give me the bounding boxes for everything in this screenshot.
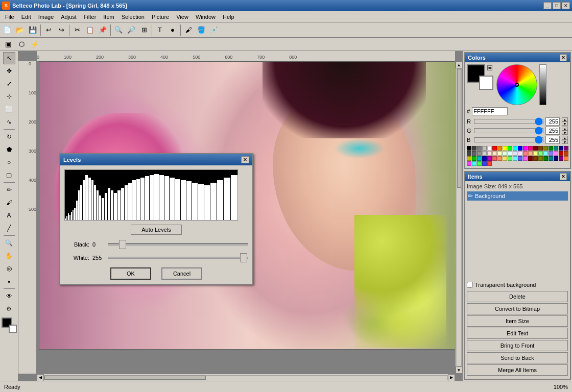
palette-color-swatch[interactable] [528, 151, 533, 156]
toolbar-zoom-out[interactable]: 🔎 [125, 24, 137, 36]
minimize-button[interactable]: _ [543, 2, 552, 9]
tool-rect-select[interactable]: ⬜ [3, 103, 15, 115]
dialog-close-btn[interactable]: ✕ [241, 156, 249, 163]
r-down-arrow[interactable]: ▼ [562, 121, 568, 126]
send-back-btn[interactable]: Send to Back [467, 352, 568, 363]
palette-color-swatch[interactable] [523, 146, 528, 151]
palette-color-swatch[interactable] [477, 156, 482, 161]
g-up-arrow[interactable]: ▲ [562, 127, 568, 131]
color-swatches[interactable] [2, 317, 17, 333]
toolbar-brush[interactable]: 🖌 [182, 24, 195, 36]
palette-color-swatch[interactable] [477, 151, 482, 156]
menu-filter[interactable]: Filter [81, 13, 99, 21]
palette-color-swatch[interactable] [523, 151, 528, 156]
b-up-arrow[interactable]: ▲ [562, 136, 568, 140]
palette-color-swatch[interactable] [492, 146, 497, 151]
palette-color-swatch[interactable] [472, 161, 476, 166]
palette-color-swatch[interactable] [497, 156, 502, 161]
tool-brush[interactable]: 🖌 [3, 197, 15, 209]
palette-color-swatch[interactable] [528, 146, 533, 151]
delete-btn[interactable]: Delete [467, 291, 568, 302]
background-color[interactable] [9, 325, 17, 333]
palette-color-swatch[interactable] [467, 151, 471, 156]
tool-fill[interactable]: ⬧ [3, 275, 15, 287]
scrollbar-vertical[interactable]: ▲ ▼ [455, 61, 462, 374]
toolbar-new[interactable]: 📄 [1, 24, 13, 36]
tool-polygon[interactable]: ⬟ [3, 143, 15, 156]
r-slider[interactable] [474, 119, 543, 124]
menu-file[interactable]: File [2, 13, 17, 21]
palette-color-swatch[interactable] [559, 146, 563, 151]
tool-rounded-rect[interactable]: ▢ [3, 169, 15, 181]
dialog-title-bar[interactable]: Levels ✕ [60, 154, 252, 165]
palette-color-swatch[interactable] [477, 161, 482, 166]
tb2-lasso[interactable]: ⬡ [15, 38, 28, 51]
tb2-magic[interactable]: ⚡ [29, 38, 41, 51]
tool-settings[interactable]: ⚙ [3, 303, 15, 315]
r-up-arrow[interactable]: ▲ [562, 117, 568, 121]
tool-resize[interactable]: ⤢ [3, 78, 15, 90]
palette-color-swatch[interactable] [518, 151, 522, 156]
palette-color-swatch[interactable] [508, 146, 512, 151]
swap-colors-btn[interactable]: ⇆ [487, 65, 492, 70]
tool-zoom[interactable]: 🔍 [3, 237, 15, 249]
palette-color-swatch[interactable] [533, 151, 538, 156]
palette-color-swatch[interactable] [523, 156, 528, 161]
tool-eye[interactable]: 👁 [3, 290, 15, 302]
menu-image[interactable]: Image [35, 13, 57, 21]
tool-rotate[interactable]: ↻ [3, 131, 15, 143]
palette-color-swatch[interactable] [538, 151, 543, 156]
toolbar-undo[interactable]: ↩ [42, 24, 55, 36]
menu-view[interactable]: View [173, 13, 192, 21]
menu-selection[interactable]: Selection [118, 13, 148, 21]
palette-color-swatch[interactable] [518, 146, 522, 151]
palette-color-swatch[interactable] [543, 156, 548, 161]
palette-color-swatch[interactable] [492, 151, 497, 156]
scroll-v-track[interactable] [457, 68, 462, 366]
palette-color-swatch[interactable] [513, 151, 517, 156]
color-wheel[interactable] [496, 64, 537, 105]
scroll-up-btn[interactable]: ▲ [456, 61, 463, 68]
palette-color-swatch[interactable] [549, 156, 553, 161]
tb2-select[interactable]: ▣ [2, 38, 14, 51]
scroll-h-thumb[interactable] [44, 376, 206, 380]
palette-color-swatch[interactable] [533, 156, 538, 161]
palette-color-swatch[interactable] [564, 156, 568, 161]
white-thumb[interactable] [240, 253, 247, 262]
palette-color-swatch[interactable] [482, 146, 487, 151]
ok-button[interactable]: OK [110, 267, 151, 280]
color-brightness-bar[interactable] [539, 64, 546, 105]
window-controls[interactable]: _ □ ✕ [543, 2, 570, 9]
b-down-arrow[interactable]: ▼ [562, 140, 568, 144]
palette-color-swatch[interactable] [564, 146, 568, 151]
palette-color-swatch[interactable] [482, 161, 487, 166]
palette-color-swatch[interactable] [472, 151, 476, 156]
menu-edit[interactable]: Edit [18, 13, 34, 21]
tool-arrow[interactable]: ↖ [3, 52, 15, 64]
black-thumb[interactable] [119, 240, 126, 249]
palette-color-swatch[interactable] [487, 161, 492, 166]
palette-color-swatch[interactable] [508, 151, 512, 156]
cancel-button[interactable]: Cancel [161, 267, 202, 280]
menu-help[interactable]: Help [220, 13, 237, 21]
merge-all-btn[interactable]: Merge All Items [467, 364, 568, 376]
palette-color-swatch[interactable] [513, 156, 517, 161]
palette-color-swatch[interactable] [543, 151, 548, 156]
palette-color-swatch[interactable] [554, 151, 558, 156]
palette-color-swatch[interactable] [559, 151, 563, 156]
black-slider-container[interactable] [108, 239, 248, 250]
palette-color-swatch[interactable] [503, 151, 507, 156]
toolbar-save[interactable]: 💾 [27, 24, 39, 36]
palette-color-swatch[interactable] [472, 146, 476, 151]
scroll-down-btn[interactable]: ▼ [456, 366, 463, 374]
palette-color-swatch[interactable] [482, 151, 487, 156]
tool-line[interactable]: ╱ [3, 222, 15, 234]
edit-text-btn[interactable]: Edit Text [467, 328, 568, 339]
tool-ellipse[interactable]: ○ [3, 156, 15, 168]
toolbar-zoom-in[interactable]: 🔍 [112, 24, 125, 36]
toolbar-open[interactable]: 📂 [14, 24, 26, 36]
toolbar-fit[interactable]: ⊞ [138, 24, 150, 36]
menu-picture[interactable]: Picture [149, 13, 172, 21]
palette-color-swatch[interactable] [503, 146, 507, 151]
palette-color-swatch[interactable] [503, 156, 507, 161]
